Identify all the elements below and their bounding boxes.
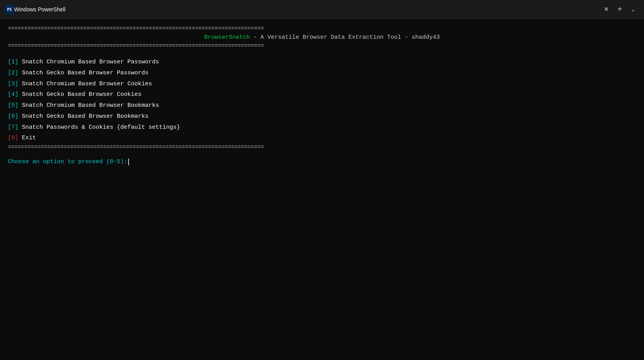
menu-text-1: Snatch Chromium Based Browser Passwords	[18, 59, 159, 65]
powershell-icon: PS	[5, 5, 14, 14]
brand-name: BrowserSnatch	[204, 34, 250, 41]
menu-text-2: Snatch Gecko Based Browser Passwords	[18, 70, 148, 76]
menu-item-7: [7] Snatch Passwords & Cookies {default …	[8, 122, 636, 133]
prompt-line[interactable]: Choose an option to proceed (0-5):	[8, 158, 636, 166]
new-tab-button[interactable]: +	[613, 3, 627, 15]
bottom-separator: ========================================…	[8, 144, 636, 151]
menu-text-3: Snatch Chromium Based Browser Cookies	[18, 81, 152, 87]
menu-text-6: Snatch Gecko Based Browser Bookmarks	[18, 113, 148, 120]
top-separator: ========================================…	[8, 25, 636, 33]
menu-text-7: Snatch Passwords & Cookies {default sett…	[18, 124, 180, 131]
tab-dropdown-button[interactable]: ⌄	[627, 5, 639, 14]
bottom-top-separator: ========================================…	[8, 42, 636, 50]
bracket-0: [0]	[8, 135, 18, 141]
titlebar-title: Windows PowerShell	[14, 6, 600, 13]
menu-text-0: Exit	[18, 135, 36, 141]
tool-title-line: BrowserSnatch - A Versatile Browser Data…	[8, 33, 636, 42]
titlebar: PS Windows PowerShell ✕ + ⌄	[0, 0, 644, 19]
bracket-4: [4]	[8, 91, 18, 98]
bracket-5: [5]	[8, 102, 18, 109]
menu-text-5: Snatch Chromium Based Browser Bookmarks	[18, 102, 159, 109]
menu-item-6: [6] Snatch Gecko Based Browser Bookmarks	[8, 111, 636, 122]
menu-item-5: [5] Snatch Chromium Based Browser Bookma…	[8, 100, 636, 111]
menu-item-2: [2] Snatch Gecko Based Browser Passwords	[8, 68, 636, 79]
terminal-window: ========================================…	[0, 19, 644, 360]
bracket-1: [1]	[8, 59, 18, 65]
bracket-7: [7]	[8, 124, 18, 131]
spacer-top	[8, 50, 636, 57]
menu-text-4: Snatch Gecko Based Browser Cookies	[18, 91, 141, 98]
svg-text:PS: PS	[7, 7, 12, 12]
bracket-2: [2]	[8, 70, 18, 76]
close-button[interactable]: ✕	[600, 4, 613, 14]
title-rest: - A Versatile Browser Data Extraction To…	[250, 34, 440, 41]
prompt-text: Choose an option to proceed (0-5):	[8, 158, 127, 165]
bracket-3: [3]	[8, 81, 18, 87]
menu-item-4: [4] Snatch Gecko Based Browser Cookies	[8, 89, 636, 100]
cursor	[128, 158, 129, 166]
menu-item-3: [3] Snatch Chromium Based Browser Cookie…	[8, 79, 636, 90]
bracket-6: [6]	[8, 113, 18, 120]
menu-item-0: [0] Exit	[8, 133, 636, 144]
menu-item-1: [1] Snatch Chromium Based Browser Passwo…	[8, 57, 636, 68]
